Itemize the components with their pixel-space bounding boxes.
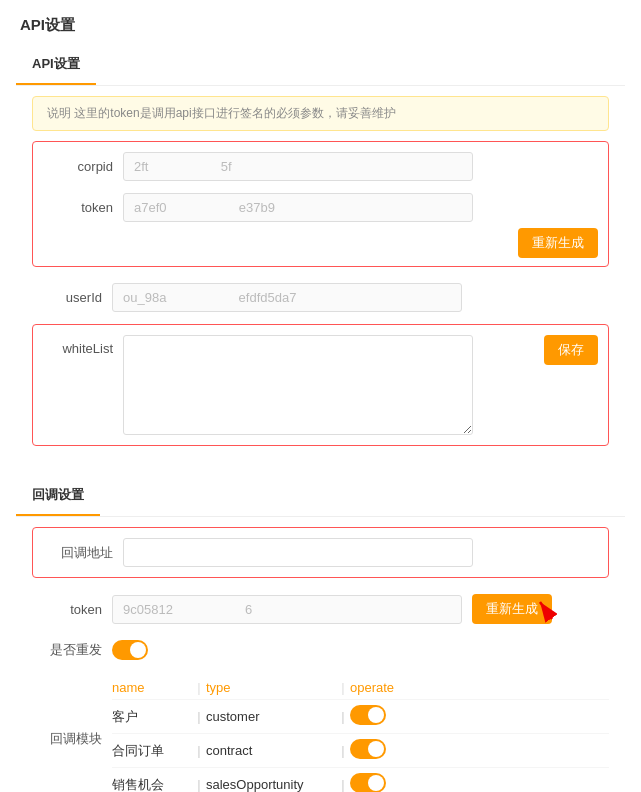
callback-section-header: 回调设置 bbox=[16, 476, 100, 516]
row2-toggle[interactable] bbox=[350, 739, 386, 759]
row1-toggle[interactable] bbox=[350, 705, 386, 725]
callback-url-row: 回调地址 bbox=[33, 532, 608, 573]
row3-type: salesOpportunity bbox=[206, 777, 336, 792]
notice-bar: 说明 这里的token是调用api接口进行签名的必须参数，请妥善维护 bbox=[32, 96, 609, 131]
row2-toggle-slider bbox=[350, 739, 386, 759]
corpid-label: corpid bbox=[43, 159, 113, 174]
module-label: 回调模块 bbox=[32, 730, 102, 748]
token-callback-input[interactable] bbox=[112, 595, 462, 624]
callback-url-label: 回调地址 bbox=[43, 544, 113, 562]
row1-type: customer bbox=[206, 709, 336, 724]
userid-row: userId bbox=[16, 275, 625, 320]
page-container: API设置 API设置 说明 这里的token是调用api接口进行签名的必须参数… bbox=[0, 0, 641, 792]
resend-label: 是否重发 bbox=[32, 641, 102, 659]
userid-label: userId bbox=[32, 290, 102, 305]
regenerate-api-button[interactable]: 重新生成 bbox=[518, 228, 598, 258]
whitelist-inner: whiteList bbox=[33, 329, 544, 441]
row3-name: 销售机会 bbox=[112, 776, 192, 793]
row1-operate bbox=[350, 705, 430, 728]
resend-toggle[interactable] bbox=[112, 640, 148, 660]
regenerate-callback-button[interactable]: 重新生成 bbox=[472, 594, 552, 624]
row1-name: 客户 bbox=[112, 708, 192, 726]
userid-input[interactable] bbox=[112, 283, 462, 312]
table-row: 销售机会 | salesOpportunity | bbox=[112, 767, 609, 792]
row3-operate bbox=[350, 773, 430, 792]
corpid-token-group: corpid token 重新生成 bbox=[32, 141, 609, 267]
module-label-row: 回调模块 name | type | operate 客户 | customer bbox=[16, 668, 625, 792]
token-callback-row: token 重新生成 bbox=[16, 586, 625, 632]
api-section-header: API设置 bbox=[16, 45, 96, 85]
save-button[interactable]: 保存 bbox=[544, 335, 598, 365]
token-api-input[interactable] bbox=[123, 193, 473, 222]
api-section-header-wrap: API设置 bbox=[16, 45, 625, 86]
col-name-header: name bbox=[112, 680, 192, 695]
row2-operate bbox=[350, 739, 430, 762]
callback-settings-section: 回调设置 回调地址 token 重新生成 bbox=[16, 476, 625, 792]
module-table: name | type | operate 客户 | customer | bbox=[112, 676, 609, 792]
whitelist-label: whiteList bbox=[43, 335, 113, 356]
token-api-row: token bbox=[33, 187, 608, 228]
api-section-content: 说明 这里的token是调用api接口进行签名的必须参数，请妥善维护 corpi… bbox=[16, 96, 625, 460]
row2-name: 合同订单 bbox=[112, 742, 192, 760]
row1-toggle-slider bbox=[350, 705, 386, 725]
whitelist-box: whiteList 保存 bbox=[32, 324, 609, 446]
whitelist-textarea[interactable] bbox=[123, 335, 473, 435]
token-api-label: token bbox=[43, 200, 113, 215]
api-settings-section: API设置 说明 这里的token是调用api接口进行签名的必须参数，请妥善维护… bbox=[16, 45, 625, 460]
corpid-row: corpid bbox=[33, 146, 608, 187]
col-type-header: type bbox=[206, 680, 336, 695]
table-row: 合同订单 | contract | bbox=[112, 733, 609, 767]
arrow-annotation: 重新生成 bbox=[472, 594, 552, 624]
callback-url-input[interactable] bbox=[123, 538, 473, 567]
regenerate-api-wrap: 重新生成 bbox=[33, 228, 608, 262]
callback-section-header-wrap: 回调设置 bbox=[16, 476, 625, 517]
callback-section-content: 回调地址 token 重新生成 bbox=[16, 527, 625, 792]
row3-toggle[interactable] bbox=[350, 773, 386, 792]
resend-toggle-slider bbox=[112, 640, 148, 660]
page-title: API设置 bbox=[0, 0, 641, 45]
callback-url-box: 回调地址 bbox=[32, 527, 609, 578]
resend-row: 是否重发 bbox=[16, 632, 625, 668]
table-row: 客户 | customer | bbox=[112, 699, 609, 733]
corpid-input[interactable] bbox=[123, 152, 473, 181]
module-table-header: name | type | operate bbox=[112, 676, 609, 699]
row3-toggle-slider bbox=[350, 773, 386, 792]
row2-type: contract bbox=[206, 743, 336, 758]
token-callback-label: token bbox=[32, 602, 102, 617]
col-operate-header: operate bbox=[350, 680, 430, 695]
